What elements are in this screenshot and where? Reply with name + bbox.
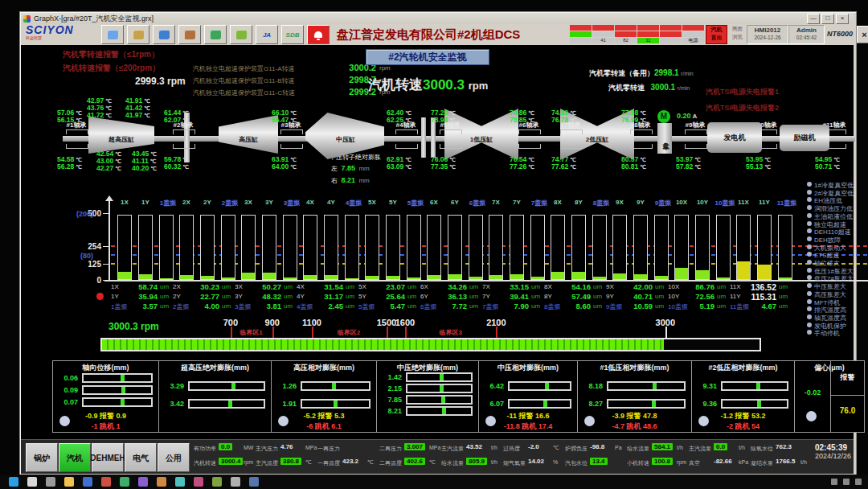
panel-gauge-3-1 bbox=[301, 399, 371, 409]
status-value-0-bot: 3000.4 bbox=[219, 458, 243, 465]
panel-gauge-marker-3-0 bbox=[332, 383, 336, 389]
panel-gauge-2-0 bbox=[188, 381, 265, 391]
status-unit-6-top: Pa bbox=[615, 445, 622, 450]
screen: GraphX-[gra/#20T_汽机安全监视.grx] — □ × SCIYO… bbox=[0, 0, 868, 489]
status-unit-7-top: t/h bbox=[677, 445, 683, 450]
panel-gauge-6-0 bbox=[607, 381, 686, 391]
panel-8: 偏心(μm)报警76.0-0.02 bbox=[794, 360, 865, 433]
status-value-8-top: 0.0 bbox=[714, 443, 727, 450]
status-value-6-bot: 13.4 bbox=[590, 458, 608, 465]
expansion-panels: 轴向位移(mm)0.060.090.07-0.9 报警 0.9-1 跳机 1超高… bbox=[0, 0, 868, 489]
status-unit-4-top: t/h bbox=[491, 445, 497, 450]
status-label-5-bot: 烟气氧量 bbox=[503, 459, 526, 467]
panel-value-6-1: 8.27 bbox=[580, 400, 603, 408]
panel-value-3-1: 1.91 bbox=[274, 400, 297, 408]
panel-gauge-marker-1-1 bbox=[121, 387, 125, 393]
status-value-5-top: -2.0 bbox=[528, 443, 539, 450]
panel-value-4-0: 1.42 bbox=[379, 373, 402, 381]
status-label-0-top: 有功功率 bbox=[194, 445, 216, 453]
panel-value-5-1: 6.07 bbox=[481, 400, 504, 408]
app-icon-5[interactable] bbox=[157, 477, 166, 487]
panel-gauge-marker-6-0 bbox=[653, 383, 657, 389]
panel-indicator-7 bbox=[698, 416, 709, 426]
panel-gauge-marker-6-1 bbox=[652, 401, 656, 407]
panel-indicator-6 bbox=[584, 416, 595, 426]
panel-value-4-3: 8.21 bbox=[379, 407, 402, 415]
panel-gauge-marker-4-0 bbox=[440, 374, 444, 380]
clock-time: 02:45:39 bbox=[815, 443, 851, 452]
panel-gauge-marker-7-1 bbox=[757, 401, 761, 407]
eccentric-hline bbox=[830, 395, 864, 396]
panel-4: 中压绝对膨胀(mm)1.422.157.858.21 bbox=[376, 360, 479, 433]
status-label-7-bot: 小机转速 bbox=[627, 459, 649, 467]
panel-indicator-3 bbox=[278, 416, 289, 426]
panel-title-3: 高压相对膨胀(mm) bbox=[272, 363, 376, 373]
bottom-status-bar: 锅炉汽机DEHMEH电气公用 有功功率0.0MW汽机转速3000.4rpm主汽压… bbox=[21, 439, 854, 474]
status-label-4-top: 主汽流量 bbox=[441, 445, 464, 453]
status-unit-0-bot: rpm bbox=[244, 459, 253, 465]
panel-gauge-marker-3-1 bbox=[334, 401, 338, 407]
panel-gauge-marker-2-1 bbox=[228, 401, 232, 407]
panel-value-1-1: 0.09 bbox=[55, 386, 78, 394]
panel-value-5-0: 6.42 bbox=[481, 382, 504, 390]
app-icon-7[interactable] bbox=[194, 477, 203, 487]
panel-2: 超高压绝对膨胀(mm)3.293.42 bbox=[158, 360, 272, 433]
nav-button-电气[interactable]: 电气 bbox=[125, 443, 157, 472]
nav-button-label: 公用 bbox=[166, 454, 182, 462]
panel-gauge-5-1 bbox=[508, 399, 571, 409]
tray-up-icon[interactable] bbox=[831, 479, 837, 485]
panel-value-2-1: 3.42 bbox=[162, 400, 184, 408]
panel-gauge-7-1 bbox=[721, 399, 788, 409]
nav-button-label: DEH bbox=[90, 454, 107, 462]
taskview-icon[interactable] bbox=[46, 477, 55, 487]
panel-gauge-marker-4-1 bbox=[440, 385, 444, 392]
panel-gauge-3-0 bbox=[301, 381, 371, 391]
clock-date: 2024/12/26 bbox=[815, 452, 851, 460]
start-button[interactable] bbox=[9, 477, 18, 487]
panel-gauge-4-0 bbox=[406, 372, 473, 382]
eccentric-alarm-label: 报警 bbox=[832, 372, 863, 383]
network-icon[interactable] bbox=[843, 479, 850, 485]
status-label-8-top: 主汽流量 bbox=[689, 445, 711, 453]
app-icon-3[interactable] bbox=[120, 477, 129, 487]
app-icon-8[interactable] bbox=[212, 477, 222, 487]
panel-gauge-6-1 bbox=[607, 399, 686, 409]
volume-icon[interactable] bbox=[855, 479, 862, 485]
status-value-2-bot: 423.2 bbox=[342, 458, 358, 465]
app-icon-9[interactable] bbox=[231, 477, 240, 487]
nav-button-公用[interactable]: 公用 bbox=[158, 443, 190, 472]
status-value-7-bot: 100.8 bbox=[652, 458, 673, 465]
app-icon-6[interactable] bbox=[175, 477, 185, 487]
panel-title-6: #1低压相对膨胀(mm) bbox=[578, 363, 691, 373]
nav-button-DEH-MEH[interactable]: DEHMEH bbox=[92, 443, 124, 472]
panel-gauge-1-2 bbox=[82, 397, 153, 407]
status-label-1-top: 主汽压力 bbox=[256, 445, 278, 453]
app-icon-2[interactable] bbox=[101, 477, 111, 487]
status-value-3-bot: 402.6 bbox=[404, 458, 425, 465]
panel-3: 高压相对膨胀(mm)1.261.91-5.2 报警 5.3-6 跳机 6.1 bbox=[271, 360, 377, 433]
app-icon-1[interactable] bbox=[83, 477, 92, 487]
app-icon-4[interactable] bbox=[138, 477, 148, 487]
panel-gauge-1-1 bbox=[82, 385, 153, 395]
panel-value-1-2: 0.07 bbox=[55, 398, 78, 406]
status-value-1-top: 4.76 bbox=[280, 443, 293, 450]
nav-button-汽机[interactable]: 汽机 bbox=[59, 443, 91, 472]
status-unit-4-bot: t/h bbox=[491, 459, 497, 465]
app-icon-10[interactable] bbox=[249, 477, 259, 487]
nav-button-锅炉[interactable]: 锅炉 bbox=[26, 443, 58, 472]
panel-5: 中压相对膨胀(mm)6.426.07-11 报警 16.6-11.8 跳机 17… bbox=[478, 360, 578, 433]
status-unit-8-bot: kPa bbox=[739, 459, 748, 465]
clock: 02:45:39 2024/12/26 bbox=[815, 443, 851, 460]
panel-gauge-marker-1-0 bbox=[121, 375, 125, 381]
panel-6: #1低压相对膨胀(mm)8.188.27-3.9 报警 47.8-4.7 跳机 … bbox=[577, 360, 692, 433]
panel-value-7-0: 9.31 bbox=[694, 382, 717, 390]
panel-title-2: 超高压绝对膨胀(mm) bbox=[159, 363, 271, 373]
panel-gauge-4-3 bbox=[406, 406, 473, 416]
status-value-5-bot: 14.02 bbox=[528, 458, 544, 465]
explorer-icon[interactable] bbox=[64, 477, 74, 487]
status-value-4-top: 43.52 bbox=[466, 443, 482, 450]
status-label-6-bot: 汽包水位 bbox=[565, 459, 588, 467]
search-icon[interactable] bbox=[27, 477, 37, 487]
status-unit-5-bot: % bbox=[553, 459, 558, 465]
status-value-7-top: 584.1 bbox=[652, 443, 673, 450]
